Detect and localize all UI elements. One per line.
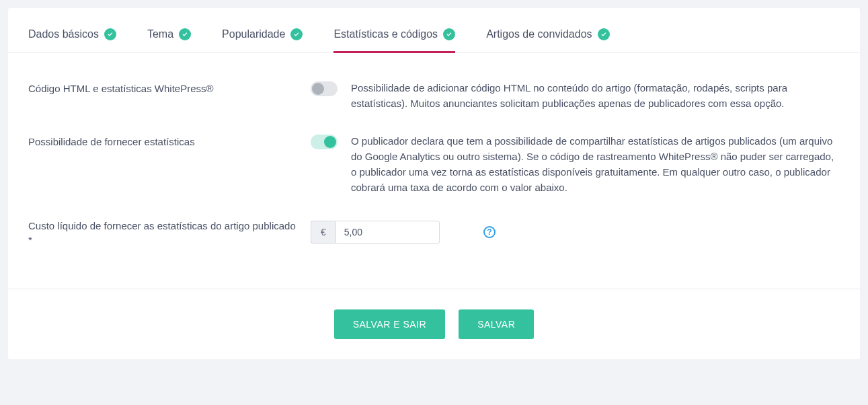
row-provide-stats: Possibilidade de fornecer estatísticas O… <box>28 133 840 196</box>
input-net-cost[interactable] <box>336 221 440 244</box>
check-icon <box>443 28 455 40</box>
check-icon <box>598 28 610 40</box>
tab-label: Artigos de convidados <box>486 28 592 40</box>
toggle-knob <box>312 83 324 95</box>
currency-symbol: € <box>311 221 336 244</box>
tab-dados-basicos[interactable]: Dados básicos <box>28 8 116 52</box>
settings-panel: Dados básicos Tema Popularidade Estatíst… <box>8 8 860 359</box>
check-icon <box>104 28 116 40</box>
tab-artigos-convidados[interactable]: Artigos de convidados <box>486 8 609 52</box>
tab-label: Popularidade <box>222 28 285 40</box>
save-button[interactable]: SALVAR <box>459 309 534 339</box>
desc-provide-stats: O publicador declara que tem a possibili… <box>351 133 840 196</box>
tab-tema[interactable]: Tema <box>147 8 191 52</box>
desc-html-code: Possibilidade de adicionar código HTML n… <box>351 80 840 112</box>
toggle-html-code[interactable] <box>311 81 338 96</box>
tabs-bar: Dados básicos Tema Popularidade Estatíst… <box>8 8 860 53</box>
label-html-code: Código HTML e estatísticas WhitePress® <box>28 80 311 96</box>
help-icon[interactable]: ? <box>483 226 496 238</box>
check-icon <box>179 28 191 40</box>
footer-actions: SALVAR E SAIR SALVAR <box>8 289 860 359</box>
tab-estatisticas-codigos[interactable]: Estatísticas e códigos <box>333 8 455 52</box>
control-col <box>311 80 351 98</box>
input-group-net-cost: € <box>311 221 440 244</box>
tab-label: Tema <box>147 28 173 40</box>
toggle-knob <box>324 136 336 148</box>
row-html-code: Código HTML e estatísticas WhitePress® P… <box>28 80 840 112</box>
tab-label: Dados básicos <box>28 28 99 40</box>
control-col <box>311 133 351 151</box>
label-net-cost: Custo líquido de fornecer as estatística… <box>28 217 311 247</box>
save-exit-button[interactable]: SALVAR E SAIR <box>334 309 445 339</box>
form-content: Código HTML e estatísticas WhitePress® P… <box>8 53 860 289</box>
row-net-cost: Custo líquido de fornecer as estatística… <box>28 217 840 247</box>
tab-popularidade[interactable]: Popularidade <box>222 8 303 52</box>
tab-label: Estatísticas e códigos <box>333 28 438 40</box>
label-provide-stats: Possibilidade de fornecer estatísticas <box>28 133 311 149</box>
check-icon <box>290 28 303 40</box>
toggle-provide-stats[interactable] <box>311 135 338 149</box>
